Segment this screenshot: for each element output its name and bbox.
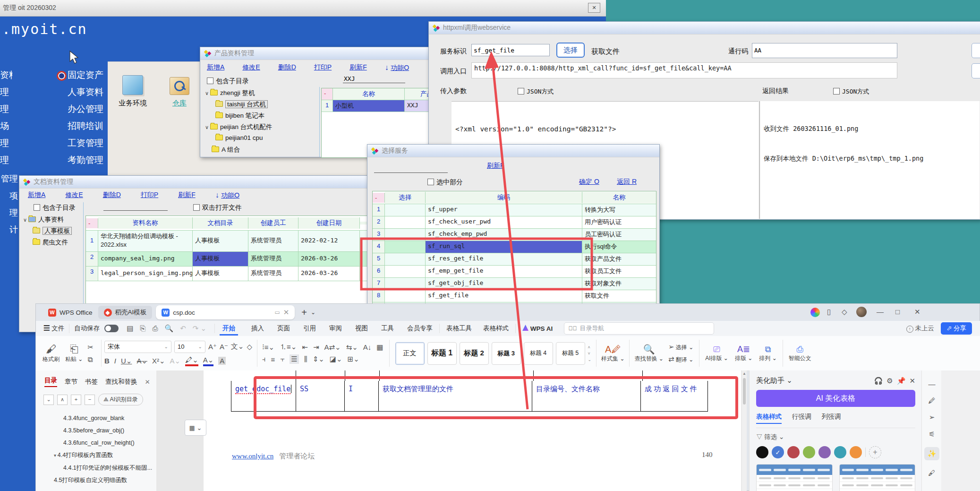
entry-url[interactable]: http://127.0.0.1:8088/http_xml_call?func… xyxy=(471,62,897,78)
edit-button[interactable]: 修改E xyxy=(242,63,260,72)
cell-file-name[interactable]: company_seal_img.png xyxy=(98,252,193,266)
table-row[interactable]: 1 华北天翔辅助分组调动模板 - 2022.xlsx 人事模板 系统管理员 20… xyxy=(86,231,367,252)
theme-icon[interactable] xyxy=(810,308,820,317)
sort-icon[interactable]: A↓ xyxy=(363,343,372,351)
arrange-button[interactable]: ⧉ 排列 ⌄ xyxy=(759,345,776,362)
scroll-up-icon[interactable]: ▲ xyxy=(742,371,746,376)
copy-icon[interactable]: ⧉ xyxy=(87,355,94,364)
collapse-icon[interactable]: ⌄ xyxy=(43,395,54,405)
include-sub-checkbox[interactable]: 包含子目录 xyxy=(207,77,249,86)
doc-cell[interactable]: 成 功 返 回 文 件 xyxy=(641,381,708,411)
doc-page[interactable]: get_edoc_file SS I 获取文档管理里的文件 目录编号、文件名称 … xyxy=(204,370,741,491)
print-button[interactable]: 打印P xyxy=(141,191,158,200)
tree-node-selected[interactable]: taishiji 台式机 xyxy=(205,100,272,112)
maximize-icon[interactable]: □ xyxy=(895,308,900,316)
footer-link[interactable]: www.onlyit.cn xyxy=(232,452,273,460)
autosave-toggle[interactable] xyxy=(104,325,119,332)
sidebar-item-fixed-assets[interactable]: 固定资产 xyxy=(68,69,105,86)
ai-beautify-button[interactable]: AI 美化表格 xyxy=(756,390,915,407)
numbered-list-icon[interactable]: ⒈≡⌄ xyxy=(280,343,297,352)
translate-button[interactable]: ⇄ 翻译 ⌄ xyxy=(668,355,693,364)
tree-node[interactable]: 爬虫文件 xyxy=(23,238,72,250)
close-icon[interactable]: ✕ xyxy=(588,3,600,13)
color-swatch-black[interactable] xyxy=(756,446,768,458)
font-size-select[interactable]: 10⌄ xyxy=(174,341,205,353)
collapse-strip-icon[interactable]: — xyxy=(929,380,936,388)
tab-wps-office[interactable]: W WPS Office xyxy=(43,306,98,319)
layout-button[interactable]: A≣ 排版 ⌄ xyxy=(735,344,752,362)
refresh-button[interactable]: 刷新F xyxy=(178,191,196,200)
tree-node[interactable]: ∨peijian 台式机配件 xyxy=(205,123,272,134)
cell-code[interactable]: sf_emp_get_file xyxy=(426,266,582,277)
launcher-warehouse[interactable]: 仓库 xyxy=(165,77,194,108)
border-icon[interactable]: ⊞⌄ xyxy=(348,355,359,363)
add-color-button[interactable]: + xyxy=(869,446,881,458)
sidebar-item-recruit[interactable]: 招聘培训 xyxy=(68,120,105,137)
document-window-titlebar[interactable]: 文档资料管理 xyxy=(19,176,367,189)
add-button[interactable]: 新增A xyxy=(207,63,224,72)
dblclick-open-checkbox[interactable]: 双击打开文件 xyxy=(193,203,242,212)
find-replace-button[interactable]: 🔍 查找替换 ⌄ xyxy=(634,344,663,363)
close-panel-icon[interactable]: ✕ xyxy=(145,378,150,386)
sidebar-item-frag[interactable]: 管理 xyxy=(0,173,18,190)
close-icon[interactable]: ✕ xyxy=(914,308,920,316)
table-row[interactable]: 1 sf_upper 转换为大写 xyxy=(373,204,656,216)
select-button[interactable]: ➢ 选择 ⌄ xyxy=(668,343,693,352)
superscript-icon[interactable]: X²⌄ xyxy=(152,357,165,365)
align-center-icon[interactable]: ≡ xyxy=(271,355,275,363)
cell-name[interactable]: 获取对象文件 xyxy=(582,278,656,290)
beauty-title[interactable]: 美化助手 ⌄ xyxy=(756,376,793,385)
cell-name[interactable]: 执行sql命令 xyxy=(582,241,656,253)
filter-button[interactable]: ▽ 筛选 ⌄ xyxy=(750,428,922,441)
tree-node[interactable]: bijiben 笔记本 xyxy=(205,112,272,123)
sidebar-item-hr-data[interactable]: 人事资料 xyxy=(68,86,105,103)
cell-file-name[interactable]: legal_person_sign_img.png xyxy=(98,267,193,281)
zoom-out-icon[interactable]: − xyxy=(85,395,95,405)
cell-name[interactable]: 获取文件 xyxy=(582,290,656,302)
clear-format-icon[interactable]: ◇ xyxy=(247,343,252,351)
table-style-preview[interactable] xyxy=(839,464,916,491)
tree-node[interactable]: ∨zhengji 整机 xyxy=(205,89,272,100)
delete-button[interactable]: 删除D xyxy=(103,191,121,200)
text-tool-icon[interactable]: 文⌄ xyxy=(231,342,244,351)
expand-icon[interactable]: ∧ xyxy=(57,395,68,405)
print-preview-icon[interactable]: 🔍 xyxy=(164,324,173,333)
add-button[interactable]: 新增A xyxy=(28,191,45,200)
menu-view[interactable]: 视图 xyxy=(355,324,368,333)
cell-code[interactable]: sf_check_emp_pwd xyxy=(426,229,582,241)
wps-doc-area[interactable]: get_edoc_file SS I 获取文档管理里的文件 目录编号、文件名称 … xyxy=(156,370,747,491)
cell-name[interactable]: 员工密码认证 xyxy=(582,229,656,241)
tab-outline[interactable]: 目录 xyxy=(44,376,57,387)
checkbox-icon[interactable] xyxy=(427,179,434,185)
doc-scrollbar[interactable]: ▲ xyxy=(742,370,747,491)
cell-code[interactable]: sf_upper xyxy=(426,204,582,216)
color-swatch-blue-selected[interactable]: ✓ xyxy=(772,446,784,458)
sidebar-item-salary[interactable]: 工资管理 xyxy=(68,137,105,154)
bullet-list-icon[interactable]: ⁝≡⌄ xyxy=(262,343,274,352)
paste-button[interactable]: ⎗ 粘贴 ⌄ xyxy=(65,343,83,363)
cell-code[interactable]: sf_check_user_pwd xyxy=(426,216,582,228)
headset-icon[interactable]: 🎧 xyxy=(874,377,883,385)
chevron-down-icon[interactable]: ∨ xyxy=(205,124,209,130)
product-filter-input[interactable] xyxy=(343,75,405,83)
getfile-label[interactable]: 获取文件 xyxy=(591,47,620,56)
color-swatch-orange[interactable] xyxy=(850,446,862,458)
outline-item[interactable]: 4.5打印模板自定义明细函数 xyxy=(36,474,156,486)
chevron-down-icon[interactable]: ▾ xyxy=(54,453,58,458)
strikethrough-icon[interactable]: A⌄ xyxy=(136,357,147,365)
ai-outline-button[interactable]: ⟁ AI识别目录 xyxy=(98,394,143,405)
sidebar-item-frag[interactable]: 理 xyxy=(0,137,12,154)
table-style-preview[interactable] xyxy=(756,464,833,491)
doc-cell[interactable]: SS xyxy=(296,381,345,411)
new-tab-button[interactable]: + xyxy=(301,307,307,318)
style-heading5[interactable]: 标题 5 xyxy=(556,342,585,365)
sidebar-item-frag[interactable]: 项 xyxy=(0,190,18,207)
undo-icon[interactable]: ↶ xyxy=(180,324,186,333)
menu-review[interactable]: 审阅 xyxy=(329,324,342,333)
style-normal[interactable]: 正文 xyxy=(395,342,425,365)
nav-search-box[interactable]: ◯⃘ 目录导航 xyxy=(564,322,714,335)
outline-item[interactable]: ▾ 4.4打印模板内置函数 xyxy=(36,449,156,462)
save-icon[interactable]: ▤ xyxy=(127,324,133,333)
outline-item[interactable]: 4.3.4func_gorow_blank xyxy=(36,412,156,424)
share-button[interactable]: ⬀ 分享 xyxy=(941,322,972,335)
